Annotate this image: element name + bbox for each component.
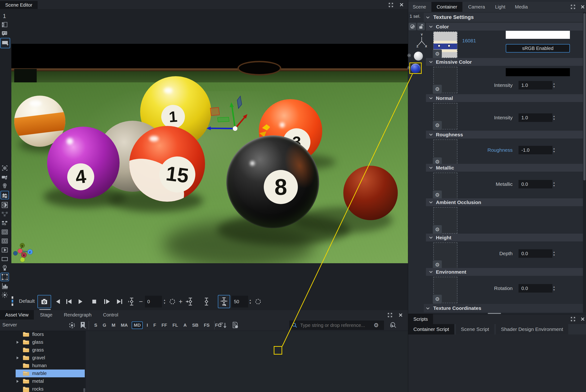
expand-arrow-icon[interactable] (16, 341, 19, 344)
emissive-intensity-spinner[interactable]: ▲▼ (553, 81, 558, 90)
hs-icon[interactable]: HS (0, 219, 9, 227)
stop-button[interactable] (89, 296, 100, 307)
normal-texture-gear-icon[interactable]: ⚙ (433, 121, 442, 130)
tree-splitter[interactable] (86, 331, 89, 392)
folder-row-grass[interactable]: grass (0, 346, 86, 354)
contrast-icon[interactable] (0, 201, 9, 209)
emissive-intensity-field[interactable]: 1.0 (518, 81, 552, 90)
inspector-scrollbar-thumb[interactable] (584, 13, 586, 180)
speed-spinner[interactable]: ▲▼ (249, 296, 252, 307)
speed-field[interactable]: 50 (232, 296, 248, 308)
environment-texture-gear-icon[interactable]: ⚙ (433, 295, 442, 304)
tab-scene[interactable]: Scene (408, 2, 430, 12)
tab-light[interactable]: Light (491, 2, 510, 12)
tab-shader-design-environment[interactable]: Shader Design Environment (496, 324, 568, 334)
height-depth-spinner[interactable]: ▲▼ (553, 249, 558, 258)
material-sphere-blue[interactable] (411, 64, 420, 73)
inspector-expand-icon[interactable] (570, 4, 576, 10)
folder-row-gravel[interactable]: gravel (0, 354, 86, 362)
render-settings-icon[interactable] (0, 191, 9, 199)
camera-view-icon[interactable] (0, 173, 9, 181)
axis-tripod-gizmo[interactable]: Y Z X (416, 33, 427, 49)
normal-intensity-spinner[interactable]: ▲▼ (553, 114, 558, 122)
section-emissive-color[interactable]: Emissive Color (426, 58, 583, 66)
frame-spinner[interactable]: ▲▼ (163, 296, 166, 307)
filter-g[interactable]: G (103, 323, 106, 328)
loop-icon-2[interactable] (253, 296, 263, 307)
roughness-value-spinner[interactable]: ▲▼ (553, 146, 558, 154)
emissive-color-swatch[interactable] (506, 68, 570, 76)
metallic-value-field[interactable]: 0.0 (518, 180, 552, 188)
tree-scrollbar-thumb[interactable] (83, 388, 85, 392)
tab-control[interactable]: Control (98, 310, 123, 320)
auto-key-button[interactable] (218, 295, 230, 308)
axis-navigator[interactable]: y z x (11, 239, 44, 263)
selection-marquee-icon[interactable] (0, 273, 9, 281)
tab-media[interactable]: Media (511, 2, 532, 12)
filter-ma[interactable]: MA (121, 323, 128, 328)
skip-to-end-button[interactable] (114, 296, 125, 307)
scripts-expand-icon[interactable] (570, 316, 576, 322)
texture-id-link[interactable]: 16081 (462, 38, 476, 44)
tab-container[interactable]: Container (432, 2, 462, 12)
keyframe-icon[interactable] (202, 296, 211, 307)
display-mode-button[interactable] (0, 38, 10, 48)
step-forward-button[interactable] (101, 296, 112, 307)
filter-fs[interactable]: FS (204, 323, 210, 328)
expand-arrow-icon[interactable] (16, 380, 19, 383)
folder-row-floors[interactable]: floors (0, 331, 86, 338)
tab-scripts[interactable]: Scripts (408, 314, 433, 324)
light-view-icon[interactable] (0, 182, 9, 190)
filter-m[interactable]: M (112, 323, 115, 328)
filter-s[interactable]: S (94, 323, 97, 328)
filter-a[interactable]: A (184, 323, 187, 328)
lightbulb-icon[interactable] (0, 264, 9, 272)
section-color[interactable]: Color (426, 23, 583, 30)
lock-button[interactable] (417, 23, 425, 30)
srgb-toggle-button[interactable]: sRGB Enabled (506, 44, 570, 52)
folder-row-human[interactable]: human (0, 362, 86, 370)
roughness-value-label[interactable]: Roughness (474, 146, 512, 154)
asset-panel-expand-icon[interactable] (387, 312, 392, 318)
metallic-value-spinner[interactable]: ▲▼ (553, 180, 558, 188)
environment-rotation-spinner[interactable]: ▲▼ (553, 284, 558, 292)
inspector-scrollbar-track[interactable] (583, 12, 586, 313)
section-height[interactable]: Height (426, 234, 583, 242)
asset-info-icon[interactable]: i (232, 322, 239, 329)
folder-row-glass[interactable]: glass (0, 338, 86, 346)
section-metallic[interactable]: Metallic (426, 164, 583, 172)
section-roughness[interactable]: Roughness (426, 131, 583, 138)
material-sphere-white[interactable] (414, 52, 423, 60)
timeline-mini-slider[interactable] (11, 296, 14, 306)
camera-focus-icon[interactable] (0, 164, 9, 172)
folder-row-marble-selected[interactable]: marble (16, 370, 85, 377)
next-keyframe-icon[interactable] (184, 296, 194, 307)
folder-row-rocks[interactable]: rocks (0, 385, 86, 392)
asset-panel-close-icon[interactable] (398, 313, 403, 318)
frame-number-field[interactable]: 0 (145, 296, 162, 308)
frame-icon[interactable] (0, 255, 9, 263)
search-browse-icon[interactable] (389, 322, 397, 329)
loop-icon[interactable] (168, 296, 177, 307)
filter-fl[interactable]: FL (172, 323, 178, 328)
scene-editor-expand-icon[interactable] (388, 2, 394, 8)
skip-to-start-button[interactable] (64, 296, 74, 307)
transform-gizmo[interactable] (189, 89, 260, 141)
scripts-editor-body[interactable] (408, 334, 586, 392)
center-pivot-icon[interactable] (0, 291, 9, 299)
play-button[interactable] (75, 296, 86, 307)
search-settings-gear-icon[interactable]: ⚙ (374, 322, 379, 328)
tab-asset-view[interactable]: Asset View (0, 310, 34, 320)
expand-arrow-icon[interactable] (16, 356, 19, 359)
panel-add-icon[interactable] (0, 237, 9, 245)
refresh-favorites-icon[interactable] (68, 322, 76, 329)
scripts-close-icon[interactable] (580, 317, 585, 322)
sort-icon[interactable] (219, 322, 227, 328)
section-normal[interactable]: Normal (426, 94, 583, 102)
node-graph-icon[interactable] (0, 210, 9, 218)
tab-rendergraph[interactable]: Rendergraph (59, 310, 97, 320)
tab-stage[interactable]: Stage (35, 310, 58, 320)
brush-toggle-button[interactable] (409, 23, 416, 30)
color-swatch[interactable] (506, 31, 570, 39)
play-backwards-button[interactable] (52, 296, 63, 307)
